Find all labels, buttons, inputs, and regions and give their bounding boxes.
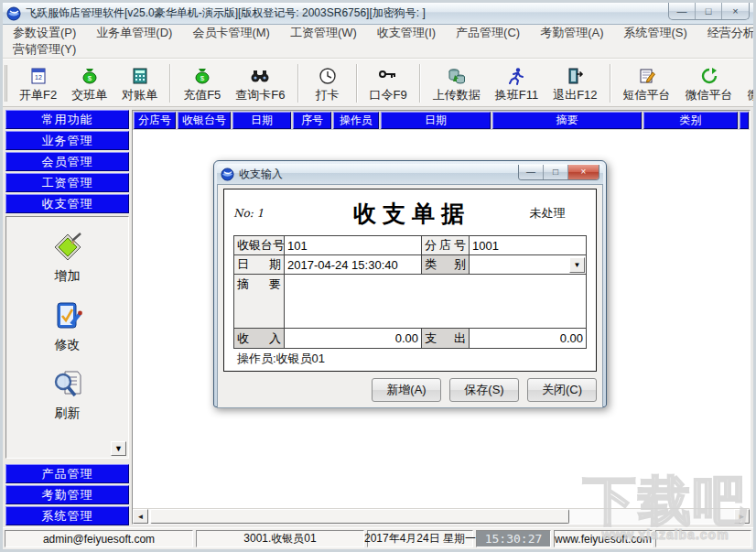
- column-header-seq-no[interactable]: 序号: [293, 112, 331, 129]
- dialog-maximize-icon[interactable]: □: [544, 165, 568, 179]
- sidebar-item-attendance-management[interactable]: 考勤管理: [5, 485, 129, 504]
- menu-member-cards[interactable]: 会员卡管理(M): [182, 25, 280, 41]
- column-header-operator[interactable]: 操作员: [333, 112, 379, 129]
- svg-text:12: 12: [35, 74, 42, 81]
- clock-icon: [319, 64, 337, 88]
- voucher-form: 收银台号 101 分店号 1001 日期 2017-04-24 15:30:40…: [233, 235, 587, 349]
- exit-door-icon: [566, 64, 584, 88]
- key-icon: [378, 64, 398, 88]
- sidebar-item-business-management[interactable]: 业务管理: [5, 131, 129, 150]
- status-email: admin@feiyuesoft.com: [5, 530, 193, 547]
- summary-field[interactable]: [285, 275, 587, 329]
- chevron-down-icon[interactable]: ▼: [569, 257, 585, 273]
- menu-products[interactable]: 产品管理(C): [446, 25, 530, 41]
- scrollbar-track[interactable]: [148, 509, 734, 524]
- dialog-title-bar[interactable]: 收支输入 — □ ×: [217, 164, 603, 184]
- maximize-icon[interactable]: □: [696, 3, 722, 19]
- menu-payroll[interactable]: 工资管理(W): [280, 25, 367, 41]
- window-controls: — □ ×: [668, 3, 750, 20]
- sidebar-item-income-expense-management[interactable]: 收支管理: [5, 194, 129, 213]
- svg-text:$: $: [200, 74, 205, 82]
- window-title: 飞跃服饰店管理软件[v25.0豪华单机-演示版][版权登记号: 2003SR67…: [26, 5, 668, 21]
- minimize-icon[interactable]: —: [669, 3, 696, 19]
- horizontal-scrollbar: ◄ ►: [133, 508, 750, 524]
- branch-no-field[interactable]: 1001: [470, 236, 587, 255]
- toolbar-gripper[interactable]: [5, 65, 7, 102]
- sidebar-item-member-management[interactable]: 会员管理: [5, 152, 129, 171]
- column-header-blank[interactable]: [740, 112, 749, 129]
- sidebar-item-system-management[interactable]: 系统管理: [5, 506, 129, 525]
- menu-parameter-settings[interactable]: 参数设置(P): [3, 25, 86, 41]
- toolbar-shift-change-button[interactable]: 换班F11: [488, 61, 545, 105]
- income-expense-dialog: 收支输入 — □ × No: 1 收支单据 未处理 收银台号 101 分店号 1…: [213, 160, 607, 407]
- close-icon[interactable]: ×: [722, 3, 749, 19]
- toolbar-password-button[interactable]: 口令F9: [362, 61, 415, 105]
- scrollbar-thumb[interactable]: [150, 509, 569, 524]
- wechat-icon: [700, 64, 718, 88]
- voucher-status-badge: 未处理: [508, 205, 587, 222]
- title-bar: 飞跃服饰店管理软件[v25.0豪华单机-演示版][版权登记号: 2003SR67…: [3, 3, 753, 25]
- column-header-category[interactable]: 类别: [643, 112, 738, 129]
- close-button[interactable]: 关闭(C): [527, 378, 597, 402]
- sidebar-item-payroll-management[interactable]: 工资管理: [5, 173, 129, 192]
- expense-label: 支出: [422, 329, 470, 349]
- sidebar-scroll-down-icon[interactable]: ▼: [111, 441, 126, 456]
- dialog-close-icon[interactable]: ×: [568, 165, 599, 179]
- income-label: 收入: [234, 329, 285, 349]
- status-clock: 15:30:27: [476, 530, 551, 547]
- modify-action[interactable]: 修改: [27, 300, 109, 353]
- menu-business-orders[interactable]: 业务单管理(D): [86, 25, 182, 41]
- edit-icon: [50, 300, 85, 333]
- cashier-no-label: 收银台号: [234, 236, 285, 255]
- expense-field[interactable]: 0.00: [470, 329, 587, 349]
- income-field[interactable]: 0.00: [285, 329, 422, 349]
- menu-system[interactable]: 系统管理(S): [614, 25, 697, 41]
- toolbar-open-bill-button[interactable]: 12 开单F2: [12, 61, 64, 105]
- dialog-body: No: 1 收支单据 未处理 收银台号 101 分店号 1001 日期 2017…: [217, 184, 603, 408]
- add-action[interactable]: 增加: [27, 232, 109, 285]
- menu-attendance[interactable]: 考勤管理(A): [530, 25, 613, 41]
- date-field[interactable]: 2017-04-24 15:30:40: [285, 255, 422, 275]
- operator-line: 操作员:收银员01: [233, 349, 587, 369]
- summary-label: 摘要: [234, 275, 285, 329]
- column-header-date2[interactable]: 日期: [381, 112, 491, 129]
- toolbar-sms-platform-button[interactable]: 短信平台: [616, 61, 678, 105]
- toolbar-upload-data-button[interactable]: 上传数据: [426, 61, 488, 105]
- refresh-action[interactable]: 刷新: [27, 369, 109, 422]
- menu-analytics[interactable]: 经营分析(I): [697, 25, 756, 41]
- menu-marketing[interactable]: 营销管理(Y): [3, 41, 86, 58]
- category-dropdown[interactable]: ▼: [470, 255, 587, 275]
- add-icon: [50, 232, 85, 265]
- toolbar-reconciliation-button[interactable]: 对账单: [114, 61, 165, 105]
- new-button[interactable]: 新增(A): [372, 378, 441, 402]
- toolbar-separator: [610, 64, 611, 103]
- form-icon: 12: [29, 64, 48, 88]
- scroll-left-icon[interactable]: ◄: [133, 509, 148, 524]
- toolbar-wechat-booking-button[interactable]: 微信预约: [740, 61, 756, 105]
- toolbar-recharge-button[interactable]: $ 充值F5: [176, 61, 228, 105]
- column-header-date[interactable]: 日期: [232, 112, 291, 129]
- column-header-register-no[interactable]: 收银台号: [178, 112, 231, 129]
- status-bar: admin@feiyuesoft.com 3001.收银员01 2017年4月2…: [3, 527, 753, 549]
- voucher-title: 收支单据: [316, 199, 508, 229]
- column-header-summary[interactable]: 摘要: [492, 112, 642, 129]
- dialog-title: 收支输入: [239, 167, 518, 182]
- menu-income-expense[interactable]: 收支管理(I): [367, 25, 446, 41]
- scroll-right-icon[interactable]: ►: [734, 509, 750, 524]
- sidebar-item-common-functions[interactable]: 常用功能: [5, 110, 129, 129]
- dialog-button-row: 新增(A) 保存(S) 关闭(C): [223, 372, 597, 403]
- database-icon: [447, 64, 467, 88]
- column-header-branch-no[interactable]: 分店号: [134, 112, 176, 129]
- toolbar-clock-in-button[interactable]: 打卡: [304, 61, 351, 105]
- app-logo-icon: [6, 6, 21, 21]
- save-button[interactable]: 保存(S): [449, 378, 519, 402]
- sidebar-item-product-management[interactable]: 产品管理: [5, 464, 129, 483]
- toolbar-wechat-platform-button[interactable]: 微信平台: [678, 61, 740, 105]
- toolbar-exit-button[interactable]: 退出F12: [545, 61, 604, 105]
- money-bag-icon: $: [81, 64, 99, 88]
- dialog-minimize-icon[interactable]: —: [519, 165, 544, 179]
- voucher-number: No: 1: [233, 207, 316, 220]
- cashier-no-field[interactable]: 101: [285, 236, 422, 255]
- toolbar-card-query-button[interactable]: 查询卡F6: [228, 61, 292, 105]
- toolbar-shift-report-button[interactable]: $ 交班单: [64, 61, 114, 105]
